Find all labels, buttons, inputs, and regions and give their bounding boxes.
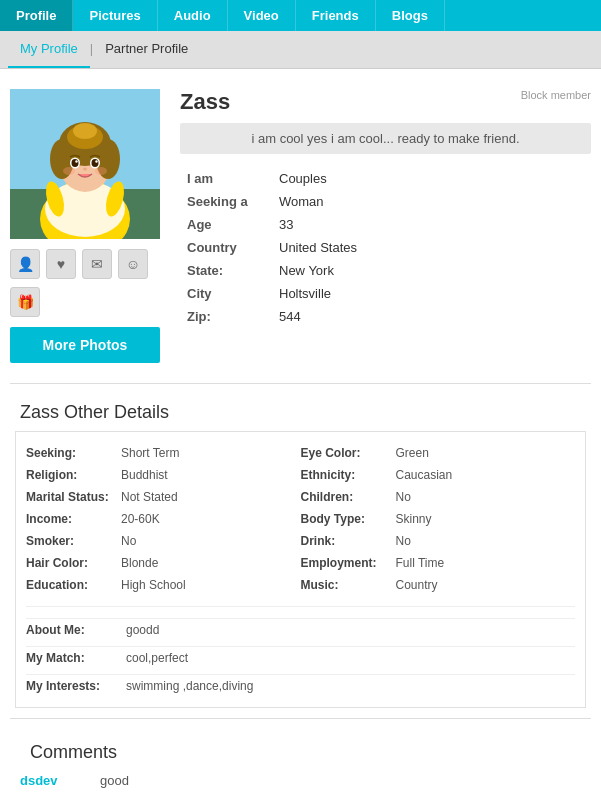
- nav-pictures[interactable]: Pictures: [73, 0, 157, 31]
- user-icon-button[interactable]: 👤: [10, 249, 40, 279]
- extra-details: About Me: goodd My Match: cool,perfect M…: [26, 606, 575, 697]
- details-box: Seeking: Short Term Religion: Buddhist M…: [15, 431, 586, 708]
- subnav-my-profile[interactable]: My Profile: [8, 31, 90, 68]
- comment-user-0[interactable]: dsdev: [20, 773, 100, 788]
- divider-2: [10, 718, 591, 719]
- zip-label: Zip:: [182, 306, 272, 327]
- detail-drink: Drink: No: [301, 530, 576, 552]
- income-label: Income:: [26, 512, 121, 526]
- nav-blogs[interactable]: Blogs: [376, 0, 445, 31]
- music-value: Country: [396, 578, 438, 592]
- detail-marital-status: Marital Status: Not Stated: [26, 486, 301, 508]
- nav-profile[interactable]: Profile: [0, 0, 73, 31]
- svg-point-14: [75, 160, 77, 162]
- age-value: 33: [274, 214, 589, 235]
- profile-info-column: Zass Block member i am cool yes i am coo…: [180, 89, 591, 363]
- detail-about-me: About Me: goodd: [26, 618, 575, 641]
- city-value: Holtsville: [274, 283, 589, 304]
- comment-row-1: dsdev yes really: [20, 790, 581, 795]
- age-label: Age: [182, 214, 272, 235]
- i-am-value: Couples: [274, 168, 589, 189]
- education-label: Education:: [26, 578, 121, 592]
- music-label: Music:: [301, 578, 396, 592]
- eye-color-value: Green: [396, 446, 429, 460]
- detail-ethnicity: Ethnicity: Caucasian: [301, 464, 576, 486]
- detail-music: Music: Country: [301, 574, 576, 596]
- my-match-label: My Match:: [26, 651, 126, 665]
- subnav-partner-profile[interactable]: Partner Profile: [93, 31, 200, 68]
- details-left-col: Seeking: Short Term Religion: Buddhist M…: [26, 442, 301, 596]
- detail-seeking: Seeking: Short Term: [26, 442, 301, 464]
- country-label: Country: [182, 237, 272, 258]
- zip-value: 544: [274, 306, 589, 327]
- profile-name-row: Zass Block member: [180, 89, 591, 115]
- svg-point-15: [95, 160, 97, 162]
- my-interests-label: My Interests:: [26, 679, 126, 693]
- heart-icon-button[interactable]: ♥: [46, 249, 76, 279]
- profile-name: Zass: [180, 89, 230, 115]
- detail-employment: Employment: Full Time: [301, 552, 576, 574]
- comments-list: dsdev good dsdev yes really userdemo yes…: [20, 771, 581, 795]
- svg-point-20: [73, 123, 97, 139]
- seeking-detail-value: Short Term: [121, 446, 179, 460]
- smile-icon-button[interactable]: ☺: [118, 249, 148, 279]
- my-interests-value: swimming ,dance,diving: [126, 679, 253, 693]
- about-me-label: About Me:: [26, 623, 126, 637]
- detail-body-type: Body Type: Skinny: [301, 508, 576, 530]
- info-row-city: City Holtsville: [182, 283, 589, 304]
- info-row-age: Age 33: [182, 214, 589, 235]
- avatar-image: [10, 89, 160, 239]
- body-type-value: Skinny: [396, 512, 432, 526]
- comment-text-0: good: [100, 773, 129, 788]
- my-match-value: cool,perfect: [126, 651, 188, 665]
- about-me-value: goodd: [126, 623, 159, 637]
- sub-navigation: My Profile | Partner Profile: [0, 31, 601, 69]
- detail-my-interests: My Interests: swimming ,dance,diving: [26, 674, 575, 697]
- marital-status-value: Not Stated: [121, 490, 178, 504]
- religion-label: Religion:: [26, 468, 121, 482]
- eye-color-label: Eye Color:: [301, 446, 396, 460]
- top-navigation: Profile Pictures Audio Video Friends Blo…: [0, 0, 601, 31]
- smoker-value: No: [121, 534, 136, 548]
- ethnicity-value: Caucasian: [396, 468, 453, 482]
- detail-eye-color: Eye Color: Green: [301, 442, 576, 464]
- detail-my-match: My Match: cool,perfect: [26, 646, 575, 669]
- smoker-label: Smoker:: [26, 534, 121, 548]
- nav-video[interactable]: Video: [228, 0, 296, 31]
- nav-audio[interactable]: Audio: [158, 0, 228, 31]
- svg-point-18: [95, 167, 107, 175]
- profile-top-section: 👤 ♥ ✉ ☺ 🎁 More Photos Zass Block member …: [10, 79, 591, 373]
- nav-friends[interactable]: Friends: [296, 0, 376, 31]
- children-label: Children:: [301, 490, 396, 504]
- employment-value: Full Time: [396, 556, 445, 570]
- i-am-label: I am: [182, 168, 272, 189]
- country-value: United States: [274, 237, 589, 258]
- details-grid: Seeking: Short Term Religion: Buddhist M…: [26, 442, 575, 596]
- employment-label: Employment:: [301, 556, 396, 570]
- seeking-value: Woman: [274, 191, 589, 212]
- marital-status-label: Marital Status:: [26, 490, 121, 504]
- block-member-link[interactable]: Block member: [521, 89, 591, 101]
- svg-point-17: [63, 167, 75, 175]
- detail-education: Education: High School: [26, 574, 301, 596]
- state-value: New York: [274, 260, 589, 281]
- divider-1: [10, 383, 591, 384]
- info-row-seeking: Seeking a Woman: [182, 191, 589, 212]
- avatar: [10, 89, 160, 239]
- svg-point-12: [72, 159, 79, 167]
- comments-section: Comments dsdev good dsdev yes really use…: [10, 729, 591, 795]
- hair-color-label: Hair Color:: [26, 556, 121, 570]
- profile-status: i am cool yes i am cool... ready to make…: [180, 123, 591, 154]
- children-value: No: [396, 490, 411, 504]
- gift-icon-button[interactable]: 🎁: [10, 287, 40, 317]
- main-content: 👤 ♥ ✉ ☺ 🎁 More Photos Zass Block member …: [0, 69, 601, 795]
- more-photos-button[interactable]: More Photos: [10, 327, 160, 363]
- info-row-country: Country United States: [182, 237, 589, 258]
- detail-income: Income: 20-60K: [26, 508, 301, 530]
- mail-icon-button[interactable]: ✉: [82, 249, 112, 279]
- profile-avatar-column: 👤 ♥ ✉ ☺ 🎁 More Photos: [10, 89, 165, 363]
- education-value: High School: [121, 578, 186, 592]
- profile-info-table: I am Couples Seeking a Woman Age 33 Coun…: [180, 166, 591, 329]
- religion-value: Buddhist: [121, 468, 168, 482]
- info-row-state: State: New York: [182, 260, 589, 281]
